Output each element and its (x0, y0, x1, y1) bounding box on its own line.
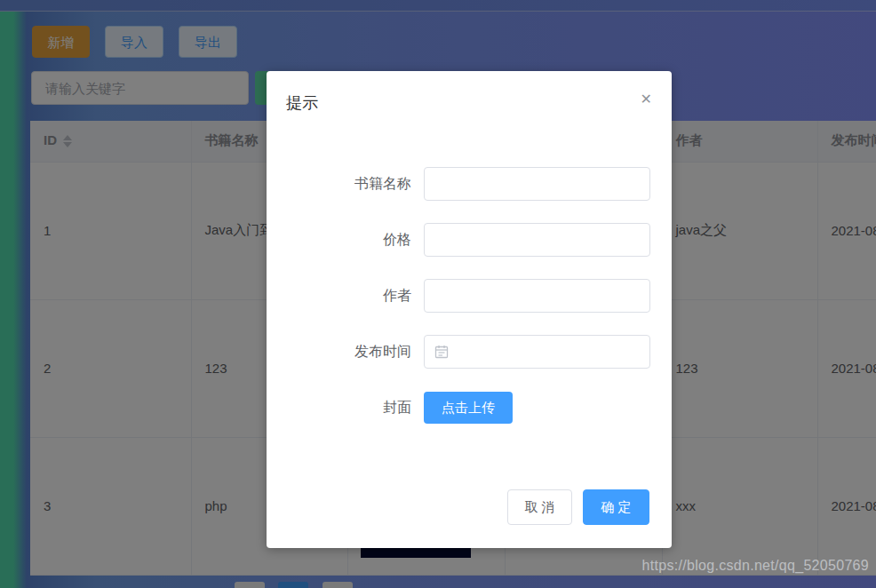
form-row-name: 书籍名称 (267, 167, 672, 201)
book-name-field[interactable] (424, 167, 650, 201)
prompt-dialog: 提示 ✕ 书籍名称 价格 作者 发布时间 (267, 71, 672, 548)
form-row-cover: 封面 点击上传 (267, 391, 672, 425)
published-field-label: 发布时间 (267, 343, 424, 362)
form-row-price: 价格 (267, 223, 672, 257)
price-field[interactable] (424, 223, 650, 257)
book-form: 书籍名称 价格 作者 发布时间 (267, 167, 672, 447)
price-field-label: 价格 (267, 231, 424, 250)
form-row-published: 发布时间 (267, 335, 672, 369)
upload-button[interactable]: 点击上传 (424, 392, 513, 424)
confirm-button[interactable]: 确 定 (583, 489, 649, 525)
name-field-label: 书籍名称 (267, 175, 424, 194)
cover-field-label: 封面 (267, 399, 424, 417)
author-field-label: 作者 (267, 287, 424, 306)
book-admin-page: 新增 导入 导出 ID 书籍名称 作者 发布时间 1 (0, 0, 876, 588)
publish-date-field[interactable] (424, 335, 650, 369)
author-field[interactable] (424, 279, 650, 313)
dialog-title: 提示 (286, 92, 318, 114)
cancel-button[interactable]: 取 消 (507, 489, 572, 525)
watermark-text: https://blog.csdn.net/qq_52050769 (642, 558, 869, 574)
close-icon[interactable]: ✕ (641, 92, 652, 107)
form-row-author: 作者 (267, 279, 672, 313)
